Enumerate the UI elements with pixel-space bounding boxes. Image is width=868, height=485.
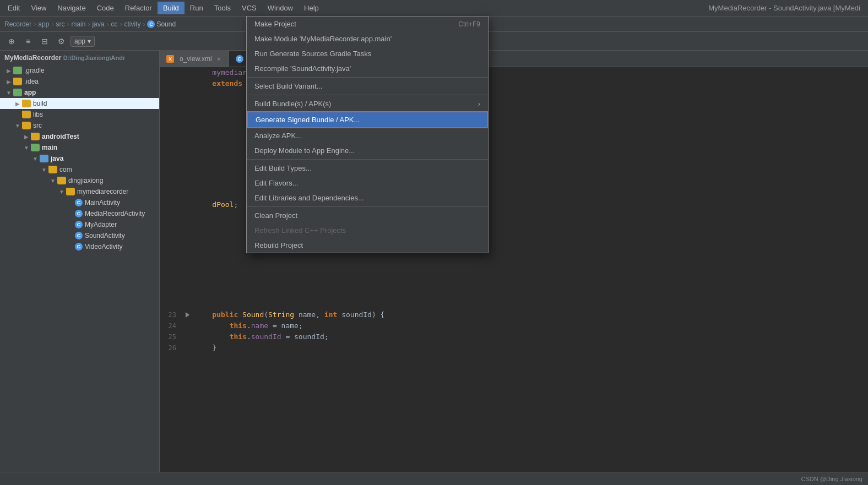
leaf-arrow-mainactivity [66,198,75,207]
generate-signed-label: Generate Signed Bundle / APK... [256,116,479,124]
tree-item-mediarecordactivity[interactable]: C MediaRecordActivity [0,208,159,219]
menu-run[interactable]: Run [185,2,209,14]
tree-item-dingjiaxiong[interactable]: ▼ dingjiaxiong [0,175,159,186]
expand-arrow-dingjiaxiong: ▼ [48,176,57,185]
tree-label-mymediarecorder: mymediarecorder [77,188,128,195]
menu-edit[interactable]: Edit [2,2,25,14]
class-icon-mediarecordactivity: C [75,210,83,217]
menu-navigate[interactable]: Navigate [52,2,91,14]
tab-close-oview[interactable]: ✕ [215,56,222,62]
menu-item-edit-build-types[interactable]: Edit Build Types... [247,161,488,176]
class-icon-soundactivity: C [75,232,83,239]
separator-3 [247,159,488,160]
menu-item-make-project[interactable]: Make Project Ctrl+F9 [247,17,488,31]
make-project-label: Make Project [254,20,458,28]
status-text: CSDN @Ding Jiaxiong [801,476,862,482]
submenu-arrow-icon: › [478,100,480,108]
tree-label-libs: libs [33,111,43,118]
tree-item-app[interactable]: ▼ app [0,87,159,98]
window-title: MyMediaRecorder - SoundActivity.java [My… [708,4,866,12]
menu-item-recompile[interactable]: Recompile 'SoundActivity.java' [247,61,488,76]
tree-item-videoactivity[interactable]: C VideoActivity [0,241,159,252]
expand-arrow-idea: ▶ [4,77,13,86]
tree-item-myadapter[interactable]: C MyAdapter [0,219,159,230]
leaf-arrow-myadapter [66,220,75,229]
menu-vcs[interactable]: VCS [236,2,262,14]
toolbar-layout-btn[interactable]: ⊟ [37,34,52,48]
java-folder-icon [40,155,48,162]
java-file-icon: C [236,55,243,63]
app-folder-icon [13,89,22,96]
menu-item-generate-signed[interactable]: Generate Signed Bundle / APK... [247,111,488,128]
tree-label-main: main [42,144,57,151]
menu-item-build-bundle[interactable]: Build Bundle(s) / APK(s) › [247,96,488,111]
menu-tools[interactable]: Tools [209,2,236,14]
menu-item-deploy-module[interactable]: Deploy Module to App Engine... [247,143,488,158]
toolbar-target-btn[interactable]: ⊕ [4,34,19,48]
tree-item-build[interactable]: ▶ build [0,98,159,109]
tree-item-soundactivity[interactable]: C SoundActivity [0,230,159,241]
app-dropdown[interactable]: app ▾ [70,36,95,47]
menu-item-edit-libraries[interactable]: Edit Libraries and Dependencies... [247,190,488,205]
separator-2 [247,95,488,95]
tree-item-src[interactable]: ▼ src [0,120,159,131]
breadcrumb-java[interactable]: java [92,20,104,28]
menu-item-refresh-linked: Refresh Linked C++ Projects [247,223,488,238]
tree-label-dingjiaxiong: dingjiaxiong [68,177,103,184]
menu-item-rebuild-project[interactable]: Rebuild Project [247,238,488,253]
tree-label-app: app [24,89,36,96]
tree-item-libs[interactable]: libs [0,109,159,120]
code-line-24: 24 this.name = name; [160,320,868,331]
menu-item-make-module[interactable]: Make Module 'MyMediaRecorder.app.main' [247,31,488,46]
com-folder-icon [48,166,57,173]
refresh-linked-label: Refresh Linked C++ Projects [254,226,480,235]
expand-arrow-mymediarecorder: ▼ [57,187,66,196]
tree-item-com[interactable]: ▼ com [0,164,159,175]
tree-item-java[interactable]: ▼ java [0,153,159,164]
menu-refactor[interactable]: Refactor [120,2,158,14]
menu-code[interactable]: Code [91,2,120,14]
menu-help[interactable]: Help [299,2,324,14]
menu-view[interactable]: View [25,2,52,14]
breadcrumb-sound[interactable]: Sound [156,20,176,28]
breadcrumb-main[interactable]: main [71,20,85,28]
menu-item-analyze-apk[interactable]: Analyze APK... [247,128,488,143]
tree-item-mainactivity[interactable]: C MainActivity [0,197,159,208]
tab-label-oview: o_view.xml [180,55,212,63]
make-project-shortcut: Ctrl+F9 [458,20,480,28]
tree-item-gradle[interactable]: ▶ .gradle [0,65,159,76]
breadcrumb-recorder[interactable]: Recorder [4,20,31,28]
menu-item-run-generate[interactable]: Run Generate Sources Gradle Tasks [247,46,488,61]
tab-oview-xml[interactable]: X o_view.xml ✕ [160,51,229,67]
leaf-arrow-soundactivity [66,231,75,240]
menu-build[interactable]: Build [158,2,185,14]
menu-window[interactable]: Window [262,2,299,14]
toolbar-align-btn[interactable]: ≡ [21,34,35,48]
analyze-apk-label: Analyze APK... [254,132,480,140]
toolbar-settings-btn[interactable]: ⚙ [54,34,68,48]
tree-label-myadapter: MyAdapter [85,221,117,228]
mymediarecorder-folder-icon [66,188,75,195]
menubar: Edit View Navigate Code Refactor Build R… [0,0,868,17]
select-build-variant-label: Select Build Variant... [254,82,480,90]
tree-item-idea[interactable]: ▶ .idea [0,76,159,87]
tree-label-com: com [59,166,72,173]
menu-item-edit-flavors[interactable]: Edit Flavors... [247,176,488,190]
tree-item-main[interactable]: ▼ main [0,142,159,153]
dingjiaxiong-folder-icon [57,177,66,184]
breadcrumb-src[interactable]: src [56,20,64,28]
expand-arrow-libs [13,110,22,119]
chevron-down-icon: ▾ [88,37,91,45]
menu-item-select-build-variant[interactable]: Select Build Variant... [247,79,488,94]
tree-item-mymediarecorder[interactable]: ▼ mymediarecorder [0,186,159,197]
breadcrumb-ctivity[interactable]: ctivity [124,20,140,28]
breadcrumb-app[interactable]: app [38,20,49,28]
tree-item-androidtest[interactable]: ▶ androidTest [0,131,159,142]
deploy-module-label: Deploy Module to App Engine... [254,146,480,155]
status-bar: CSDN @Ding Jiaxiong [0,472,868,485]
tree-label-soundactivity: SoundActivity [85,232,125,239]
expand-arrow-androidtest: ▶ [22,132,31,141]
breadcrumb-cc[interactable]: cc [111,20,117,28]
app-dropdown-label: app [74,37,85,45]
menu-item-clean-project[interactable]: Clean Project [247,208,488,223]
